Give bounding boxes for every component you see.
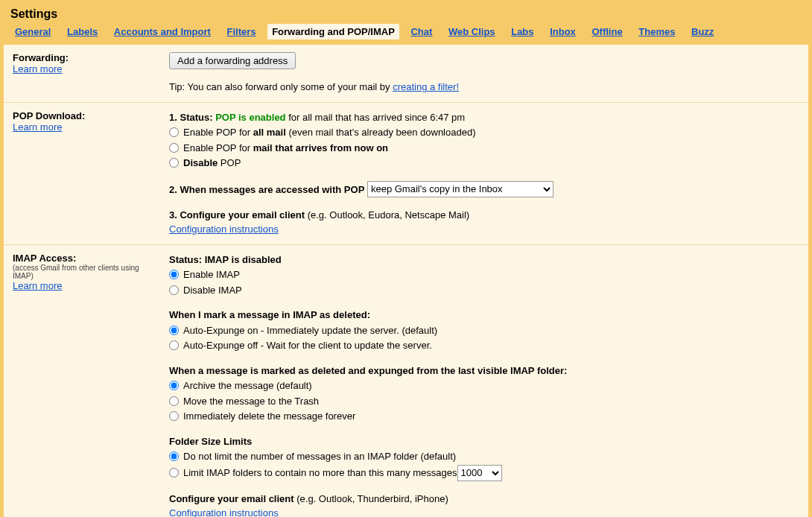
imap-nolimit-label: Do not limit the number of messages in a… [183,449,456,464]
imap-expunged-heading: When a message is marked as deleted and … [169,364,799,378]
tab-accounts-import[interactable]: Accounts and Import [110,24,215,39]
tab-filters[interactable]: Filters [223,24,261,39]
pop-status-line: 1. Status: POP is enabled for all mail t… [169,110,799,125]
imap-limit-radio[interactable] [169,468,179,478]
imap-access-label: IMAP Access: [13,253,162,264]
tab-labels[interactable]: Labels [63,24,102,39]
pop-enable-nowon-radio[interactable] [169,143,179,153]
tab-labs[interactable]: Labs [507,24,538,39]
pop-disable-radio[interactable] [169,158,179,168]
imap-enable-radio[interactable] [169,270,179,279]
imap-move-trash-radio[interactable] [169,396,179,406]
page-title: Settings [3,3,809,24]
imap-status-line: Status: IMAP is disabled [169,253,799,267]
imap-delete-forever-radio[interactable] [169,411,179,421]
tab-general[interactable]: General [10,24,55,39]
add-forwarding-address-button[interactable]: Add a forwarding address [169,52,296,69]
pop-configuration-instructions-link[interactable]: Configuration instructions [169,223,279,235]
tab-themes[interactable]: Themes [634,24,679,39]
pop-enable-all-radio[interactable] [169,127,179,137]
tab-inbox[interactable]: Inbox [545,24,580,39]
section-imap-access: IMAP Access: (access Gmail from other cl… [4,245,808,518]
imap-autoexpunge-on-radio[interactable] [169,326,179,335]
imap-configuration-instructions-link[interactable]: Configuration instructions [169,507,279,517]
forwarding-learn-more-link[interactable]: Learn more [13,63,62,74]
tab-web-clips[interactable]: Web Clips [444,24,500,39]
imap-autoexpunge-on-label: Auto-Expunge on - Immediately update the… [183,323,437,338]
tab-offline[interactable]: Offline [587,24,627,39]
pop-when-accessed-select[interactable]: keep Gmail's copy in the Inbox [367,181,554,197]
imap-deleted-heading: When I mark a message in IMAP as deleted… [169,308,799,323]
pop-status-value: POP is enabled [215,112,285,123]
imap-autoexpunge-off-radio[interactable] [169,340,179,350]
imap-limit-select[interactable]: 1000 [457,465,502,481]
imap-move-trash-label: Move the message to the Trash [183,394,319,409]
tab-buzz[interactable]: Buzz [687,24,718,39]
tab-chat[interactable]: Chat [406,24,437,39]
settings-tabs: General Labels Accounts and Import Filte… [3,24,809,44]
imap-disable-label: Disable IMAP [183,283,242,298]
pop-download-label: POP Download: [13,110,162,121]
forwarding-tip-text: Tip: You can also forward only some of y… [169,81,393,92]
pop-when-accessed: 2. When messages are accessed with POP k… [169,181,799,197]
creating-filter-link[interactable]: creating a filter! [393,81,459,92]
imap-enable-label: Enable IMAP [183,267,240,282]
imap-access-sublabel: (access Gmail from other clients using I… [13,264,162,280]
pop-disable-label: Disable POP [183,156,241,171]
imap-archive-radio[interactable] [169,381,179,390]
imap-folder-heading: Folder Size Limits [169,434,799,449]
imap-nolimit-radio[interactable] [169,451,179,461]
imap-archive-label: Archive the message (default) [183,378,312,393]
forwarding-label: Forwarding: [13,52,162,63]
section-forwarding: Forwarding: Learn more Add a forwarding … [4,45,808,103]
pop-configure-client: 3. Configure your email client (e.g. Out… [169,208,799,237]
pop-learn-more-link[interactable]: Learn more [13,121,62,133]
imap-disable-radio[interactable] [169,285,179,295]
tab-forwarding-pop-imap[interactable]: Forwarding and POP/IMAP [267,24,399,39]
forwarding-tip: Tip: You can also forward only some of y… [169,80,799,95]
imap-learn-more-link[interactable]: Learn more [13,280,62,291]
imap-autoexpunge-off-label: Auto-Expunge off - Wait for the client t… [183,338,432,353]
imap-configure-client: Configure your email client (e.g. Outloo… [169,492,799,518]
pop-enable-all-label: Enable POP for all mail (even mail that'… [183,125,476,140]
imap-delete-forever-label: Immediately delete the message forever [183,409,355,424]
pop-enable-nowon-label: Enable POP for mail that arrives from no… [183,141,388,156]
imap-limit-label: Limit IMAP folders to contain no more th… [183,466,457,480]
section-pop-download: POP Download: Learn more 1. Status: POP … [4,103,808,245]
